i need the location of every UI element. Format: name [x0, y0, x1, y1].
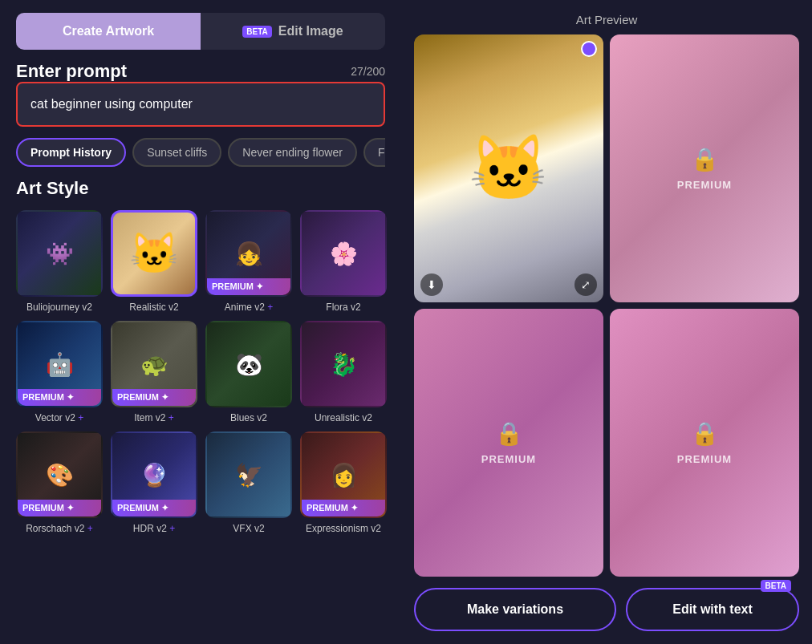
art-name: Flora v2	[326, 302, 360, 313]
art-name: Blues v2	[230, 412, 267, 423]
prompt-count: 27/200	[351, 65, 385, 78]
art-style-section: Art Style	[16, 178, 385, 199]
prompt-section: Enter prompt 27/200	[16, 61, 385, 127]
art-item-realistic[interactable]: 🐱 Realistic v2	[111, 210, 197, 313]
beta-badge: BETA	[242, 26, 271, 38]
chip-fire[interactable]: Fire and w...	[363, 138, 385, 167]
edit-with-text-button[interactable]: Edit with text	[626, 588, 799, 631]
preview-cell-premium-2[interactable]: 🔒 PREMIUM	[414, 309, 603, 577]
lock-icon: 🔒	[495, 420, 523, 447]
art-preview-title: Art Preview	[414, 13, 799, 26]
left-panel: Create Artwork BETA Edit Image Enter pro…	[0, 0, 401, 644]
lock-icon: 🔒	[691, 146, 719, 172]
tabs-container: Create Artwork BETA Edit Image	[16, 13, 385, 50]
art-name: Buliojourney v2	[26, 302, 92, 313]
art-item-blues[interactable]: 🐼 Blues v2	[205, 321, 292, 423]
art-item-unrealistic[interactable]: 🐉 Unrealistic v2	[300, 321, 387, 423]
variations-label: Make variations	[467, 602, 563, 616]
prompt-header: Enter prompt 27/200	[16, 61, 385, 82]
art-style-title: Art Style	[16, 178, 385, 199]
make-variations-button[interactable]: Make variations	[414, 588, 616, 631]
preview-grid: ⬇ ⤢ 🔒 PREMIUM 🔒 PREMIUM 🔒 PREMIUM	[414, 34, 799, 577]
art-name: Unrealistic v2	[315, 412, 372, 423]
selected-indicator	[581, 41, 597, 57]
expand-icon[interactable]: ⤢	[574, 273, 597, 296]
preview-cell-premium-1[interactable]: 🔒 PREMIUM	[610, 34, 799, 302]
chip-prompt-history[interactable]: Prompt History	[16, 138, 126, 167]
tab-edit[interactable]: BETA Edit Image	[201, 13, 385, 50]
edit-button-wrapper: BETA Edit with text	[626, 588, 799, 631]
art-item-buliojourney[interactable]: 👾 Buliojourney v2	[16, 210, 103, 313]
cat-image	[414, 34, 603, 302]
lock-icon: 🔒	[691, 420, 719, 447]
selection-dot	[581, 41, 597, 57]
art-name: Expressionism v2	[306, 523, 381, 534]
art-item-hdr[interactable]: 🔮 PREMIUM ✦ HDR v2 +	[111, 431, 197, 534]
download-icon[interactable]: ⬇	[420, 273, 443, 296]
art-item-anime[interactable]: 👧 PREMIUM ✦ Anime v2 +	[205, 210, 292, 313]
chip-label: Fire and w...	[378, 146, 385, 159]
prompt-input[interactable]	[16, 82, 385, 127]
preview-cell-premium-3[interactable]: 🔒 PREMIUM	[610, 309, 799, 577]
premium-badge: PREMIUM ✦	[18, 389, 101, 406]
prompt-label: Enter prompt	[16, 61, 127, 82]
preview-cell-cat[interactable]: ⬇ ⤢	[414, 34, 603, 302]
premium-label: PREMIUM	[481, 453, 536, 465]
tab-edit-label: Edit Image	[278, 24, 343, 38]
chip-sunset[interactable]: Sunset cliffs	[132, 138, 221, 167]
edit-label: Edit with text	[672, 602, 753, 616]
art-item-expressionism[interactable]: 👩 PREMIUM ✦ Expressionism v2	[300, 431, 387, 534]
premium-label: PREMIUM	[677, 179, 732, 191]
premium-badge: PREMIUM ✦	[112, 389, 196, 406]
edit-beta-badge: BETA	[761, 580, 791, 592]
art-name: Anime v2 +	[225, 302, 273, 313]
art-name: VFX v2	[233, 523, 264, 534]
art-name: Rorschach v2 +	[26, 523, 93, 534]
art-name: Realistic v2	[129, 302, 178, 313]
premium-badge: PREMIUM ✦	[207, 278, 290, 295]
chip-label: Sunset cliffs	[147, 146, 207, 159]
art-grid: 👾 Buliojourney v2 🐱 Realistic v2 👧 PREMI…	[16, 210, 385, 534]
art-item-rorschach[interactable]: 🎨 PREMIUM ✦ Rorschach v2 +	[16, 431, 103, 534]
chips-row: Prompt History Sunset cliffs Never endin…	[16, 138, 385, 167]
tab-create-label: Create Artwork	[63, 24, 154, 38]
art-name: Vector v2 +	[35, 412, 83, 423]
chip-label: Never ending flower	[242, 146, 343, 159]
art-item-vector[interactable]: 🤖 PREMIUM ✦ Vector v2 +	[16, 321, 103, 423]
art-name: HDR v2 +	[133, 523, 175, 534]
premium-badge: PREMIUM ✦	[112, 500, 196, 516]
premium-badge: PREMIUM ✦	[18, 500, 101, 516]
chip-flower[interactable]: Never ending flower	[228, 138, 357, 167]
art-item-flora[interactable]: 🌸 Flora v2	[300, 210, 387, 313]
art-item-item[interactable]: 🐢 PREMIUM ✦ Item v2 +	[111, 321, 197, 423]
bottom-buttons: Make variations BETA Edit with text	[414, 585, 799, 631]
image-action-icons: ⬇ ⤢	[420, 273, 597, 296]
premium-label: PREMIUM	[677, 453, 732, 465]
right-panel: Art Preview ⬇ ⤢ 🔒 PREMIUM 🔒 PREMIUM 🔒	[401, 0, 812, 644]
art-name: Item v2 +	[134, 412, 174, 423]
premium-badge: PREMIUM ✦	[302, 500, 385, 516]
tab-create[interactable]: Create Artwork	[16, 13, 201, 50]
art-item-vfx[interactable]: 🦅 VFX v2	[205, 431, 292, 534]
chip-label: Prompt History	[30, 146, 112, 159]
